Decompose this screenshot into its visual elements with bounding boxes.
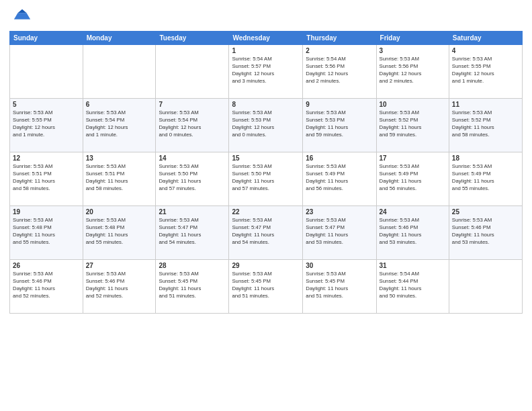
day-info: Sunrise: 5:53 AMSunset: 5:46 PMDaylight:… [13,271,80,300]
day-info: Sunrise: 5:53 AMSunset: 5:52 PMDaylight:… [452,109,519,139]
calendar-cell: 2Sunrise: 5:54 AMSunset: 5:56 PMDaylight… [303,45,376,99]
calendar-cell: 8Sunrise: 5:53 AMSunset: 5:53 PMDaylight… [229,99,303,152]
calendar-cell: 9Sunrise: 5:53 AMSunset: 5:53 PMDaylight… [303,99,376,152]
day-number: 2 [306,47,373,54]
calendar-cell [449,260,522,314]
calendar-cell: 28Sunrise: 5:53 AMSunset: 5:45 PMDayligh… [156,260,229,314]
calendar-cell [10,45,83,99]
day-info: Sunrise: 5:53 AMSunset: 5:46 PMDaylight:… [380,217,446,246]
calendar-cell: 19Sunrise: 5:53 AMSunset: 5:48 PMDayligh… [10,206,83,260]
header [9,7,523,26]
day-number: 14 [159,154,226,162]
day-of-week-header: Thursday [303,32,376,45]
calendar-cell [83,45,156,99]
calendar-header-row: SundayMondayTuesdayWednesdayThursdayFrid… [10,32,523,45]
day-info: Sunrise: 5:54 AMSunset: 5:57 PMDaylight:… [232,56,300,85]
day-info: Sunrise: 5:53 AMSunset: 5:49 PMDaylight:… [306,163,373,193]
day-of-week-header: Monday [83,32,156,45]
day-number: 28 [159,262,226,269]
day-of-week-header: Friday [376,32,449,45]
day-number: 5 [13,101,80,108]
calendar-cell: 3Sunrise: 5:53 AMSunset: 5:56 PMDaylight… [376,45,449,99]
day-info: Sunrise: 5:53 AMSunset: 5:46 PMDaylight:… [86,271,153,300]
calendar-cell: 15Sunrise: 5:53 AMSunset: 5:50 PMDayligh… [229,152,303,206]
day-number: 10 [380,101,446,108]
day-number: 11 [452,101,519,108]
day-info: Sunrise: 5:53 AMSunset: 5:49 PMDaylight:… [380,163,446,193]
calendar-week-row: 1Sunrise: 5:54 AMSunset: 5:57 PMDaylight… [10,45,523,99]
day-info: Sunrise: 5:53 AMSunset: 5:47 PMDaylight:… [232,217,300,246]
day-info: Sunrise: 5:54 AMSunset: 5:56 PMDaylight:… [306,56,373,85]
day-number: 30 [306,262,373,269]
day-info: Sunrise: 5:53 AMSunset: 5:55 PMDaylight:… [13,109,80,139]
day-number: 18 [452,154,519,162]
day-info: Sunrise: 5:53 AMSunset: 5:47 PMDaylight:… [159,217,226,246]
day-of-week-header: Wednesday [229,32,303,45]
day-number: 15 [232,154,300,162]
day-info: Sunrise: 5:53 AMSunset: 5:51 PMDaylight:… [13,163,80,193]
calendar-cell: 11Sunrise: 5:53 AMSunset: 5:52 PMDayligh… [449,99,522,152]
calendar-cell: 20Sunrise: 5:53 AMSunset: 5:48 PMDayligh… [83,206,156,260]
day-number: 23 [306,208,373,216]
calendar-cell: 14Sunrise: 5:53 AMSunset: 5:50 PMDayligh… [156,152,229,206]
day-number: 29 [232,262,300,269]
day-info: Sunrise: 5:53 AMSunset: 5:45 PMDaylight:… [159,271,226,300]
day-of-week-header: Saturday [449,32,522,45]
calendar-cell: 4Sunrise: 5:53 AMSunset: 5:55 PMDaylight… [449,45,522,99]
day-number: 13 [86,154,153,162]
day-number: 6 [86,101,153,108]
calendar-cell [156,45,229,99]
logo [9,7,32,26]
calendar-cell: 5Sunrise: 5:53 AMSunset: 5:55 PMDaylight… [10,99,83,152]
calendar-cell: 31Sunrise: 5:54 AMSunset: 5:44 PMDayligh… [376,260,449,314]
calendar-cell: 10Sunrise: 5:53 AMSunset: 5:52 PMDayligh… [376,99,449,152]
day-number: 20 [86,208,153,216]
day-of-week-header: Sunday [10,32,83,45]
calendar-cell: 16Sunrise: 5:53 AMSunset: 5:49 PMDayligh… [303,152,376,206]
day-number: 17 [380,154,446,162]
calendar-cell: 1Sunrise: 5:54 AMSunset: 5:57 PMDaylight… [229,45,303,99]
day-info: Sunrise: 5:53 AMSunset: 5:47 PMDaylight:… [306,217,373,246]
day-info: Sunrise: 5:53 AMSunset: 5:54 PMDaylight:… [86,109,153,139]
day-number: 9 [306,101,373,108]
day-number: 21 [159,208,226,216]
day-number: 4 [452,47,519,54]
day-info: Sunrise: 5:53 AMSunset: 5:46 PMDaylight:… [452,217,519,246]
day-number: 24 [380,208,446,216]
calendar-cell: 29Sunrise: 5:53 AMSunset: 5:45 PMDayligh… [229,260,303,314]
day-info: Sunrise: 5:53 AMSunset: 5:45 PMDaylight:… [306,271,373,300]
calendar-cell: 17Sunrise: 5:53 AMSunset: 5:49 PMDayligh… [376,152,449,206]
calendar-cell: 13Sunrise: 5:53 AMSunset: 5:51 PMDayligh… [83,152,156,206]
day-info: Sunrise: 5:53 AMSunset: 5:50 PMDaylight:… [232,163,300,193]
calendar-cell: 22Sunrise: 5:53 AMSunset: 5:47 PMDayligh… [229,206,303,260]
day-info: Sunrise: 5:53 AMSunset: 5:50 PMDaylight:… [159,163,226,193]
calendar-week-row: 12Sunrise: 5:53 AMSunset: 5:51 PMDayligh… [10,152,523,206]
day-info: Sunrise: 5:53 AMSunset: 5:52 PMDaylight:… [380,109,446,139]
page: SundayMondayTuesdayWednesdayThursdayFrid… [0,0,532,411]
calendar-cell: 7Sunrise: 5:53 AMSunset: 5:54 PMDaylight… [156,99,229,152]
day-info: Sunrise: 5:53 AMSunset: 5:53 PMDaylight:… [232,109,300,139]
day-info: Sunrise: 5:53 AMSunset: 5:49 PMDaylight:… [452,163,519,193]
day-info: Sunrise: 5:53 AMSunset: 5:48 PMDaylight:… [13,217,80,246]
day-info: Sunrise: 5:53 AMSunset: 5:48 PMDaylight:… [86,217,153,246]
day-number: 1 [232,47,300,54]
day-info: Sunrise: 5:53 AMSunset: 5:56 PMDaylight:… [380,56,446,85]
day-info: Sunrise: 5:53 AMSunset: 5:45 PMDaylight:… [232,271,300,300]
day-number: 22 [232,208,300,216]
day-number: 12 [13,154,80,162]
day-number: 16 [306,154,373,162]
day-number: 31 [380,262,446,269]
calendar-cell: 24Sunrise: 5:53 AMSunset: 5:46 PMDayligh… [376,206,449,260]
calendar: SundayMondayTuesdayWednesdayThursdayFrid… [9,31,523,314]
day-number: 7 [159,101,226,108]
calendar-week-row: 26Sunrise: 5:53 AMSunset: 5:46 PMDayligh… [10,260,523,314]
day-number: 3 [380,47,446,54]
day-info: Sunrise: 5:53 AMSunset: 5:54 PMDaylight:… [159,109,226,139]
calendar-cell: 6Sunrise: 5:53 AMSunset: 5:54 PMDaylight… [83,99,156,152]
calendar-cell: 21Sunrise: 5:53 AMSunset: 5:47 PMDayligh… [156,206,229,260]
logo-icon [13,7,32,26]
day-number: 19 [13,208,80,216]
calendar-week-row: 19Sunrise: 5:53 AMSunset: 5:48 PMDayligh… [10,206,523,260]
svg-marker-1 [17,9,26,13]
day-number: 26 [13,262,80,269]
